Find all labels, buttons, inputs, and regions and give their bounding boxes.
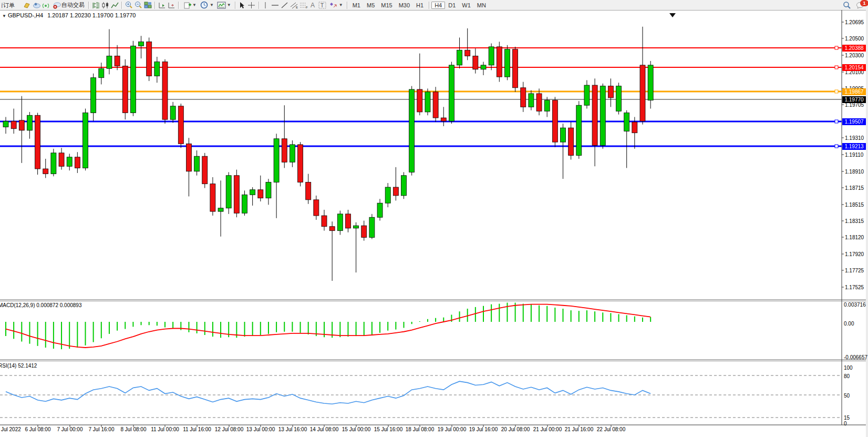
time-label: 6 Jul 08:00	[25, 426, 51, 432]
candle-body	[67, 157, 72, 166]
candle-body	[107, 56, 112, 68]
candle-body	[27, 115, 32, 130]
candle-body	[409, 89, 415, 172]
candle-body	[497, 47, 502, 77]
candle-body	[393, 187, 398, 196]
candle-body	[226, 176, 231, 208]
candle-body	[536, 94, 542, 111]
candle-body	[632, 122, 637, 133]
price-tick-label: 1.20300	[845, 53, 864, 58]
candle-body	[322, 216, 327, 227]
macd-indicator-label: MACD(12,26,9) 0.000872 0.000893	[0, 302, 81, 308]
hline-handle[interactable]	[835, 46, 838, 49]
candle-body	[19, 120, 24, 130]
candle-body	[59, 153, 64, 166]
hline-handle[interactable]	[835, 145, 838, 148]
candle-body	[377, 203, 383, 217]
candle-body	[481, 65, 486, 69]
candle-body	[210, 184, 215, 211]
ohlc-values: 1.20187 1.20230 1.19700 1.19770	[47, 12, 136, 18]
candle-body	[170, 106, 175, 119]
candle-body	[401, 176, 407, 196]
candle-body	[345, 214, 350, 228]
candle-body	[513, 49, 518, 88]
candle-body	[154, 62, 160, 76]
macd-signal-line	[6, 304, 650, 348]
time-label: 21 Jul 16:00	[565, 426, 594, 432]
price-tick-label: 1.18120	[845, 235, 864, 240]
candle-body	[624, 113, 629, 131]
time-label: 15 Jul 16:00	[374, 426, 403, 432]
chart-canvas[interactable]: 1.206951.205001.203001.201001.199051.197…	[0, 0, 868, 437]
candle-body	[99, 68, 104, 77]
price-tick-label: 1.17725	[845, 268, 864, 273]
price-badge-1.19507: 1.19507	[842, 118, 866, 125]
time-label: 13 Jul 16:00	[278, 426, 307, 432]
candle-body	[91, 78, 96, 113]
candle-body	[130, 46, 136, 113]
candle-body	[162, 62, 168, 120]
candle-body	[242, 195, 247, 213]
candle-body	[433, 92, 438, 118]
time-label: 14 Jul 08:00	[310, 426, 339, 432]
candle-body	[3, 121, 8, 127]
time-label: 7 Jul 16:00	[89, 426, 115, 432]
candle-body	[592, 85, 597, 145]
candle-body	[473, 56, 478, 69]
current-price-badge: 1.19770	[842, 96, 866, 103]
candle-body	[361, 226, 367, 237]
time-label: 19 Jul 16:00	[469, 426, 498, 432]
candle-body	[465, 50, 470, 56]
candle-body	[43, 169, 48, 174]
price-tick-label: 1.18715	[845, 185, 864, 191]
candle-body	[616, 86, 622, 111]
price-tick-label: 1.20695	[845, 19, 864, 25]
chart-title: ▼GBPUSD-,H41.20187 1.20230 1.19700 1.197…	[2, 12, 136, 18]
price-tick-label: 1.18315	[845, 218, 864, 224]
hline-handle[interactable]	[835, 90, 838, 93]
chart-menu-arrow-icon[interactable]: ▼	[2, 14, 6, 18]
hline-handle[interactable]	[835, 120, 838, 123]
candle-body	[544, 100, 550, 111]
price-tick-label: 1.17920	[845, 251, 864, 257]
candle-body	[139, 42, 144, 46]
price-badge-1.19867: 1.19867	[842, 88, 866, 95]
mt4-window: { "toolbar": { "new_order_label": "新订单",…	[0, 0, 868, 437]
candle-body	[122, 66, 128, 113]
candle-body	[385, 187, 390, 203]
candle-body	[569, 128, 574, 155]
current-bar-marker	[669, 13, 676, 17]
candle-body	[274, 139, 279, 182]
candle-body	[441, 118, 446, 121]
candle-body	[290, 145, 295, 162]
candle-body	[314, 200, 319, 216]
time-label: 7 Jul 00:00	[57, 426, 83, 432]
price-tick-label: 1.19110	[845, 152, 864, 158]
candle-body	[75, 157, 80, 168]
rsi-tick-label: 100	[844, 365, 853, 371]
time-label: 12 Jul 08:00	[215, 426, 244, 432]
rsi-indicator-label: RSI(14) 52.1412	[0, 363, 37, 369]
candle-body	[561, 128, 566, 142]
candle-body	[194, 156, 200, 171]
candle-body	[51, 153, 56, 174]
candle-body	[504, 49, 510, 77]
hline-handle[interactable]	[835, 66, 838, 69]
candle-body	[329, 227, 335, 231]
candle-body	[147, 42, 152, 76]
time-label: Jul 2022	[1, 426, 21, 432]
candle-body	[640, 65, 645, 121]
candle-body	[608, 86, 613, 98]
candle-body	[298, 145, 303, 182]
candle-body	[83, 113, 88, 168]
candle-body	[282, 139, 287, 162]
time-label: 18 Jul 08:00	[406, 426, 435, 432]
macd-tick-label: -0.006657	[844, 354, 867, 360]
candle-body	[234, 176, 239, 214]
candle-body	[529, 94, 534, 107]
candle-body	[552, 100, 557, 142]
candle-body	[354, 226, 359, 228]
price-tick-label: 1.18515	[845, 202, 864, 208]
price-badge-1.20154: 1.20154	[842, 64, 866, 71]
time-label: 8 Jul 08:00	[121, 426, 147, 432]
